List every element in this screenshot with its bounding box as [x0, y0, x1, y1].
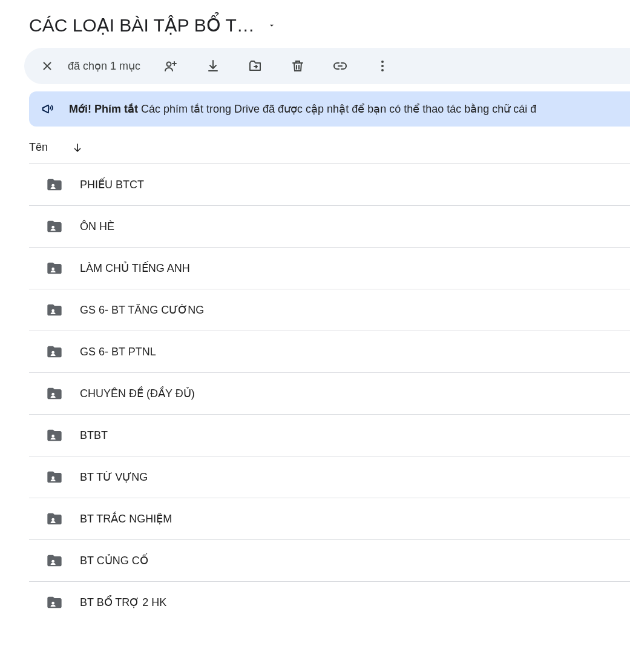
- folder-name: BTBT: [80, 429, 108, 442]
- svg-point-3: [381, 69, 384, 71]
- svg-point-6: [51, 268, 54, 271]
- shared-folder-icon: [46, 343, 63, 360]
- svg-point-10: [51, 435, 54, 438]
- svg-point-14: [51, 602, 54, 605]
- folder-row[interactable]: BT CỦNG CỐ: [29, 539, 630, 581]
- svg-point-0: [167, 62, 171, 67]
- banner-text: Mới! Phím tắt Các phím tắt trong Drive đ…: [69, 102, 536, 116]
- folder-name: LÀM CHỦ TIẾNG ANH: [80, 262, 190, 275]
- folder-name: PHIẾU BTCT: [80, 178, 144, 191]
- info-banner: Mới! Phím tắt Các phím tắt trong Drive đ…: [29, 91, 630, 127]
- folder-row[interactable]: BT TỪ VỰNG: [29, 456, 630, 498]
- folder-row[interactable]: PHIẾU BTCT: [29, 163, 630, 205]
- shared-folder-icon: [46, 301, 63, 318]
- megaphone-icon: [41, 102, 54, 116]
- folder-name: GS 6- BT PTNL: [80, 346, 156, 358]
- svg-point-12: [51, 518, 54, 521]
- folder-name: GS 6- BT TĂNG CƯỜNG: [80, 303, 204, 317]
- shared-folder-icon: [46, 510, 63, 527]
- shared-folder-icon: [46, 469, 63, 486]
- folder-row[interactable]: BT TRẮC NGHIỆM: [29, 498, 630, 539]
- dropdown-caret-icon[interactable]: [264, 18, 279, 33]
- folder-row[interactable]: ÔN HÈ: [29, 205, 630, 247]
- sort-arrow-icon[interactable]: [72, 142, 83, 153]
- delete-button[interactable]: [284, 53, 311, 79]
- folder-title[interactable]: CÁC LOẠI BÀI TẬP BỔ T…: [29, 15, 255, 36]
- folder-name: BT TRẮC NGHIỆM: [80, 512, 172, 525]
- folder-name: BT CỦNG CỐ: [80, 554, 148, 567]
- svg-point-11: [51, 476, 54, 479]
- folder-row[interactable]: CHUYÊN ĐỀ (ĐẦY ĐỦ): [29, 372, 630, 414]
- shared-folder-icon: [46, 218, 63, 235]
- selection-count: đã chọn 1 mục: [65, 59, 148, 73]
- column-header-row: Tên: [0, 127, 630, 163]
- svg-point-2: [381, 65, 384, 67]
- svg-point-9: [51, 393, 54, 396]
- shared-folder-icon: [46, 594, 63, 611]
- shared-folder-icon: [46, 385, 63, 402]
- svg-point-8: [51, 351, 54, 354]
- close-selection-button[interactable]: [34, 53, 61, 79]
- svg-point-13: [51, 560, 54, 563]
- selection-toolbar: đã chọn 1 mục: [24, 48, 630, 84]
- column-name[interactable]: Tên: [29, 141, 48, 154]
- shared-folder-icon: [46, 176, 63, 193]
- folder-row[interactable]: BT BỔ TRỢ 2 HK: [29, 581, 630, 623]
- download-button[interactable]: [200, 53, 226, 79]
- move-button[interactable]: [242, 53, 269, 79]
- folder-row[interactable]: GS 6- BT PTNL: [29, 331, 630, 372]
- svg-point-1: [381, 61, 384, 63]
- share-button[interactable]: [157, 53, 184, 79]
- folder-name: BT TỪ VỰNG: [80, 470, 148, 484]
- svg-point-4: [51, 184, 54, 187]
- folder-name: CHUYÊN ĐỀ (ĐẦY ĐỦ): [80, 387, 195, 400]
- folder-header: CÁC LOẠI BÀI TẬP BỔ T…: [0, 0, 630, 48]
- shared-folder-icon: [46, 260, 63, 277]
- svg-point-7: [51, 309, 54, 312]
- link-button[interactable]: [327, 53, 353, 79]
- folder-row[interactable]: BTBT: [29, 414, 630, 456]
- svg-point-5: [51, 226, 54, 229]
- folder-name: BT BỔ TRỢ 2 HK: [80, 596, 166, 609]
- shared-folder-icon: [46, 427, 63, 444]
- folder-name: ÔN HÈ: [80, 220, 114, 233]
- folder-row[interactable]: GS 6- BT TĂNG CƯỜNG: [29, 289, 630, 331]
- folder-row[interactable]: LÀM CHỦ TIẾNG ANH: [29, 247, 630, 289]
- shared-folder-icon: [46, 552, 63, 569]
- file-list: PHIẾU BTCTÔN HÈLÀM CHỦ TIẾNG ANHGS 6- BT…: [29, 163, 630, 623]
- more-actions-button[interactable]: [369, 53, 396, 79]
